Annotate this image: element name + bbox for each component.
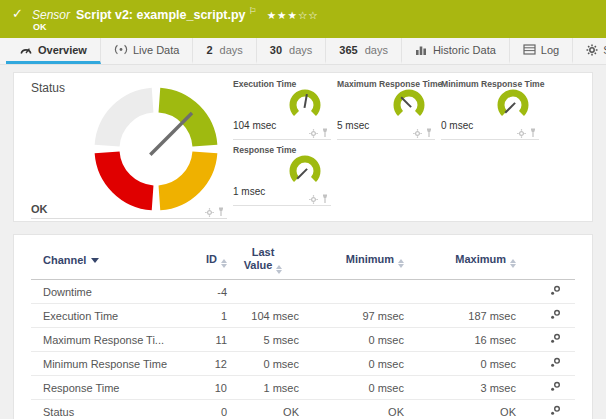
channel-name[interactable]: Execution Time bbox=[31, 310, 189, 322]
channel-minimum: OK bbox=[299, 406, 404, 418]
tab-label: Historic Data bbox=[433, 44, 496, 56]
status-donut-gauge bbox=[91, 84, 221, 214]
tab-historic-data[interactable]: Historic Data bbox=[402, 38, 510, 64]
channel-maximum: 0 msec bbox=[404, 358, 516, 370]
channel-last-value: OK bbox=[227, 406, 299, 418]
channel-id: 12 bbox=[189, 358, 227, 370]
gear-icon[interactable] bbox=[205, 208, 214, 217]
tab-label: Overview bbox=[38, 44, 87, 56]
table-row-execution-time[interactable]: Execution Time 1 104 msec 97 msec 187 ms… bbox=[31, 304, 575, 328]
channel-maximum: 3 msec bbox=[404, 382, 516, 394]
pin-icon[interactable] bbox=[529, 128, 537, 138]
status-value: OK bbox=[31, 203, 48, 218]
gear-icon[interactable] bbox=[413, 129, 422, 138]
sort-icon bbox=[276, 265, 282, 274]
gauge-value: 1 msec bbox=[233, 186, 265, 197]
channel-settings-icon[interactable] bbox=[550, 333, 561, 346]
flag-icon[interactable]: ⚐ bbox=[249, 6, 257, 16]
channel-minimum: 0 msec bbox=[299, 382, 404, 394]
column-header-channel[interactable]: Channel bbox=[31, 254, 189, 266]
priority-stars[interactable]: ★★★☆☆ bbox=[267, 9, 319, 21]
column-header-minimum[interactable]: Minimum bbox=[299, 253, 404, 268]
channel-last-value: 104 msec bbox=[227, 310, 299, 322]
status-panel: Status OK Execution Time 104 msec bbox=[13, 72, 593, 222]
channel-last-value: 0 msec bbox=[227, 358, 299, 370]
channel-table: Channel ID Last Value Minimum Maximum Do… bbox=[13, 234, 593, 419]
gear-icon[interactable] bbox=[517, 129, 526, 138]
column-header-last-value[interactable]: Last Value bbox=[227, 246, 299, 275]
gauge-needle bbox=[505, 103, 515, 113]
tab-label: Log bbox=[541, 44, 559, 56]
pin-icon[interactable] bbox=[321, 128, 329, 138]
tab-label: 365 bbox=[339, 44, 357, 56]
channel-settings-icon[interactable] bbox=[550, 285, 561, 298]
channel-id: -4 bbox=[189, 286, 227, 298]
table-row-maximum-response-time[interactable]: Maximum Response Ti... 11 5 msec 0 msec … bbox=[31, 328, 575, 352]
gauge-needle bbox=[297, 169, 307, 179]
tab-label: 2 bbox=[206, 44, 212, 56]
status-panel-title: Status bbox=[31, 81, 65, 95]
minimum-response-time-gauge bbox=[495, 86, 531, 122]
tab-label: Live Data bbox=[133, 44, 179, 56]
sensor-status-text: OK bbox=[33, 22, 47, 32]
channel-maximum: 16 msec bbox=[404, 334, 516, 346]
log-icon bbox=[523, 44, 536, 55]
sensor-title: Script v2: example_script.py bbox=[76, 8, 246, 22]
gauge-panel-maximum-response-time: Maximum Response Time 5 msec bbox=[337, 77, 435, 140]
tab-30-days[interactable]: 30 days bbox=[257, 38, 327, 64]
channel-settings-icon[interactable] bbox=[550, 357, 561, 370]
channel-id: 0 bbox=[189, 406, 227, 418]
channel-minimum: 0 msec bbox=[299, 334, 404, 346]
column-header-maximum[interactable]: Maximum bbox=[404, 253, 516, 268]
maximum-response-time-gauge bbox=[391, 86, 427, 122]
tab-live-data[interactable]: Live Data bbox=[101, 38, 193, 64]
gauge-panel-minimum-response-time: Minimum Response Time 0 msec bbox=[441, 77, 539, 140]
pin-icon[interactable] bbox=[425, 128, 433, 138]
pin-icon[interactable] bbox=[321, 194, 329, 204]
gauge-needle bbox=[401, 97, 411, 107]
table-row-downtime[interactable]: Downtime -4 bbox=[31, 280, 575, 304]
column-header-id[interactable]: ID bbox=[189, 253, 227, 268]
channel-id: 10 bbox=[189, 382, 227, 394]
table-row-minimum-response-time[interactable]: Minimum Response Time 12 0 msec 0 msec 0… bbox=[31, 352, 575, 376]
channel-minimum: 97 msec bbox=[299, 310, 404, 322]
sort-desc-icon bbox=[91, 258, 99, 263]
gauge-value: 5 msec bbox=[337, 120, 369, 131]
live-data-icon bbox=[114, 44, 128, 55]
tab-overview[interactable]: Overview bbox=[6, 38, 101, 64]
channel-name[interactable]: Downtime bbox=[31, 286, 189, 298]
sensor-status-header: ✓ SensorScript v2: example_script.py⚐★★★… bbox=[0, 0, 606, 38]
channel-name[interactable]: Response Time bbox=[31, 382, 189, 394]
channel-maximum: OK bbox=[404, 406, 516, 418]
gauge-value: 104 msec bbox=[233, 120, 276, 131]
tab-log[interactable]: Log bbox=[510, 38, 573, 64]
channel-minimum: 0 msec bbox=[299, 358, 404, 370]
pin-icon[interactable] bbox=[217, 207, 225, 217]
channel-table-header: Channel ID Last Value Minimum Maximum bbox=[31, 241, 575, 280]
tab-settings[interactable]: Settings bbox=[573, 38, 606, 64]
channel-settings-icon[interactable] bbox=[550, 405, 561, 418]
gauge-value: 0 msec bbox=[441, 120, 473, 131]
bar-chart-icon bbox=[415, 44, 428, 55]
table-row-status[interactable]: Status 0 OK OK OK bbox=[31, 400, 575, 419]
channel-id: 1 bbox=[189, 310, 227, 322]
gear-icon[interactable] bbox=[309, 195, 318, 204]
tab-365-days[interactable]: 365 days bbox=[326, 38, 402, 64]
tab-label: days bbox=[365, 44, 388, 56]
channel-name[interactable]: Maximum Response Ti... bbox=[31, 334, 189, 346]
channel-name[interactable]: Minimum Response Time bbox=[31, 358, 189, 370]
tab-2-days[interactable]: 2 days bbox=[193, 38, 256, 64]
gauge-icon bbox=[19, 44, 33, 55]
check-icon: ✓ bbox=[12, 6, 23, 21]
channel-maximum: 187 msec bbox=[404, 310, 516, 322]
gauge-needle bbox=[150, 113, 192, 155]
sensor-kind-label: Sensor bbox=[32, 8, 70, 22]
channel-name[interactable]: Status bbox=[31, 406, 189, 418]
gear-icon[interactable] bbox=[309, 129, 318, 138]
table-row-response-time[interactable]: Response Time 10 1 msec 0 msec 3 msec bbox=[31, 376, 575, 400]
channel-settings-icon[interactable] bbox=[550, 381, 561, 394]
sort-icon bbox=[510, 259, 516, 268]
tab-label: 30 bbox=[270, 44, 282, 56]
channel-settings-icon[interactable] bbox=[550, 309, 561, 322]
channel-id: 11 bbox=[189, 334, 227, 346]
